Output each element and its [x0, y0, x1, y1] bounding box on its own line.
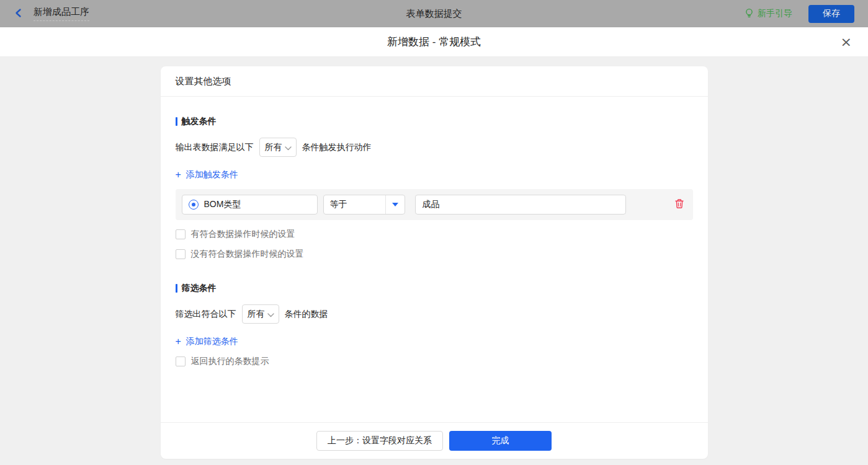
beginner-guide-button[interactable]: 新手引导: [745, 8, 792, 20]
trigger-match-suffix: 条件触发执行动作: [302, 142, 372, 153]
flow-title[interactable]: 新增成品工序: [34, 6, 89, 21]
filter-match-select-value: 所有: [248, 309, 265, 320]
checkbox-match-found-label: 有符合数据操作时候的设置: [191, 229, 295, 240]
trigger-condition-row: BOM类型 等于: [176, 189, 693, 220]
section-accent-bar: [176, 117, 177, 126]
top-bar: 新增成品工序 表单数据提交 新手引导 保存: [0, 0, 868, 27]
add-trigger-condition-link[interactable]: + 添加触发条件: [176, 169, 238, 180]
checkbox-row-return-count: 返回执行的条数提示: [176, 356, 693, 367]
save-button[interactable]: 保存: [808, 5, 854, 23]
card-header-title: 设置其他选项: [161, 66, 708, 97]
section-accent-bar: [176, 284, 177, 293]
checkbox-row-match-found: 有符合数据操作时候的设置: [176, 229, 693, 240]
condition-field-value: BOM类型: [204, 199, 241, 210]
trigger-match-select-value: 所有: [265, 142, 282, 153]
condition-operator-select[interactable]: 等于: [323, 195, 405, 215]
page: 新增成品工序 表单数据提交 新手引导 保存 新增数据 - 常规模式 × 设置其他…: [0, 0, 868, 465]
back-button[interactable]: [14, 8, 24, 20]
checkbox-no-match[interactable]: [176, 249, 186, 259]
plus-icon: +: [176, 337, 181, 347]
trigger-match-row: 输出表数据满足以下 所有 条件触发执行动作: [176, 138, 693, 157]
page-title: 表单数据提交: [406, 8, 462, 20]
previous-step-button[interactable]: 上一步：设置字段对应关系: [316, 431, 443, 451]
modal-content: 设置其他选项 触发条件 输出表数据满足以下 所有 条件触发执行动作: [0, 66, 868, 465]
modal-header: 新增数据 - 常规模式 ×: [0, 27, 868, 57]
filter-match-suffix: 条件的数据: [285, 309, 328, 320]
radio-field-type-icon: [189, 200, 199, 210]
trigger-match-prefix: 输出表数据满足以下: [176, 142, 254, 153]
delete-condition-button[interactable]: [674, 198, 684, 211]
chevron-down-icon: [285, 143, 292, 153]
chevron-left-icon: [14, 8, 24, 20]
condition-field-select[interactable]: BOM类型: [182, 195, 318, 215]
filter-section-label: 筛选条件: [182, 283, 217, 294]
condition-operator-value: 等于: [324, 199, 385, 210]
lightbulb-icon: [745, 8, 754, 20]
plus-icon: +: [176, 170, 181, 180]
trigger-section-title: 触发条件: [176, 116, 693, 127]
top-bar-left: 新增成品工序: [14, 6, 89, 21]
filter-match-prefix: 筛选出符合以下: [176, 309, 236, 320]
filter-match-row: 筛选出符合以下 所有 条件的数据: [176, 304, 693, 324]
card-footer: 上一步：设置字段对应关系 完成: [161, 422, 708, 459]
card-body: 触发条件 输出表数据满足以下 所有 条件触发执行动作 + 添加触发条件: [161, 97, 708, 422]
chevron-down-icon: [267, 309, 274, 319]
checkbox-return-count-label: 返回执行的条数提示: [191, 356, 269, 367]
checkbox-row-no-match: 没有符合数据操作时候的设置: [176, 249, 693, 260]
condition-value-input[interactable]: [415, 195, 626, 215]
add-filter-condition-link[interactable]: + 添加筛选条件: [176, 336, 238, 347]
trash-icon: [674, 198, 684, 211]
filter-match-select[interactable]: 所有: [242, 304, 279, 324]
filter-section-title: 筛选条件: [176, 283, 693, 294]
trigger-section-label: 触发条件: [182, 116, 217, 127]
beginner-guide-label: 新手引导: [758, 8, 792, 19]
checkbox-return-count[interactable]: [176, 356, 186, 366]
checkbox-match-found[interactable]: [176, 229, 186, 239]
operator-dropdown-zone[interactable]: [385, 195, 405, 214]
done-button[interactable]: 完成: [449, 431, 552, 451]
close-icon[interactable]: ×: [841, 35, 852, 49]
top-bar-right: 新手引导 保存: [745, 5, 854, 23]
add-filter-condition-label: 添加筛选条件: [186, 336, 238, 347]
trigger-match-select[interactable]: 所有: [259, 138, 297, 157]
add-trigger-condition-label: 添加触发条件: [186, 169, 238, 180]
caret-down-icon: [392, 203, 398, 206]
checkbox-no-match-label: 没有符合数据操作时候的设置: [191, 249, 304, 260]
modal-title: 新增数据 - 常规模式: [387, 35, 481, 49]
options-card: 设置其他选项 触发条件 输出表数据满足以下 所有 条件触发执行动作: [161, 66, 708, 459]
